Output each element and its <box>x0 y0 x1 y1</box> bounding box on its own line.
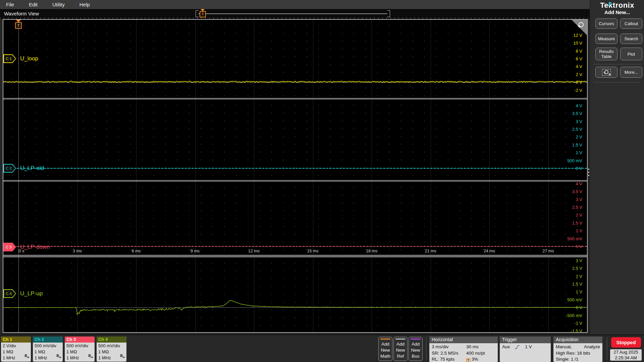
trace-path <box>3 81 587 82</box>
channel-label-U_LP-down: U_LP-down <box>20 244 50 250</box>
waveform-view-tab-bar: Waveform View T <box>0 9 590 19</box>
channel-label-U_LP-old: U_LP-old <box>20 165 44 172</box>
menu-help[interactable]: Help <box>79 2 90 7</box>
right-sidebar: Tektronix Add New... Cursors Callout Mea… <box>590 0 644 335</box>
channel-tag-c2[interactable]: C 2 <box>3 164 16 173</box>
rising-edge-icon <box>515 345 520 349</box>
add-new-heading: Add New... <box>590 9 644 15</box>
plot-button[interactable]: Plot <box>620 48 642 60</box>
channel-4-badge-body: 500 mV/div 1 MΩ 1 MHz Bw <box>97 343 126 361</box>
datetime-display[interactable]: 27 Aug 2025 2:25:34 AM <box>610 349 642 361</box>
waveform-traces <box>3 20 587 332</box>
bandwidth-limit-icon: Bw <box>120 353 125 360</box>
time-axis-label: 15 ms <box>307 249 318 253</box>
horizontal-panel[interactable]: Horizontal 3 ms/div30 ms SR: 2.5 MS/s400… <box>429 337 498 362</box>
tektronix-logo: Tektronix <box>590 1 644 10</box>
bottom-bar-divider <box>607 337 607 360</box>
channel-label-U_loop: U_loop <box>20 55 38 62</box>
trigger-position-icon: T <box>466 358 470 362</box>
waveform-plot-canvas[interactable]: 12 V10 V8 V6 V4 V2 V0 V-2 V4 V3.5 V3 V2.… <box>3 19 588 333</box>
trigger-position-line <box>18 20 19 332</box>
ref-color-stripe <box>395 339 406 340</box>
horizontal-panel-body: 3 ms/div30 ms SR: 2.5 MS/s400 ns/pt RL: … <box>429 343 498 362</box>
add-new-math-button[interactable]: AddNewMath <box>378 337 392 361</box>
trigger-panel[interactable]: Trigger Aux 1 V <box>500 337 551 362</box>
bandwidth-limit-icon: Bw <box>57 353 61 360</box>
channel-tag-c1[interactable]: C 1 <box>3 54 16 63</box>
record-view-slider[interactable]: T <box>196 10 390 17</box>
channel-tag-c4[interactable]: C 4 <box>3 289 16 298</box>
acquisition-panel-body: Manual,Analyze High Res: 16 bits Single:… <box>553 343 602 362</box>
sidebar-divider <box>593 64 641 64</box>
channel-1-badge[interactable]: Ch 1 2 V/div 1 MΩ 1 MHz Bw <box>1 337 31 362</box>
slice-divider <box>3 180 587 182</box>
time-axis-label: 6 ms <box>131 249 141 253</box>
time-axis-label: 24 ms <box>484 249 495 253</box>
channel-2-badge-header: Ch 2 <box>33 337 63 343</box>
time-axis-label: 12 ms <box>248 249 260 253</box>
acquisition-panel[interactable]: Acquisition Manual,Analyze High Res: 16 … <box>553 337 602 362</box>
bandwidth-limit-icon: Bw <box>25 353 29 360</box>
horizontal-panel-title: Horizontal <box>429 337 498 343</box>
trigger-flag-icon[interactable]: T <box>15 22 22 29</box>
slice-divider <box>3 98 587 100</box>
channel-3-badge[interactable]: Ch 3 500 mV/div 1 MΩ 1 MHz Bw <box>65 337 95 362</box>
cursors-button[interactable]: Cursors <box>595 18 618 29</box>
run-stop-status-button[interactable]: Stopped <box>611 337 641 348</box>
search-button[interactable]: Search <box>620 34 642 44</box>
bottom-settings-bar: Ch 1 2 V/div 1 MΩ 1 MHz Bw Ch 2 500 mV/d… <box>0 335 644 362</box>
callout-button[interactable]: Callout <box>620 18 642 29</box>
results-table-button[interactable]: Results Table <box>595 48 618 60</box>
menu-bar: File Edit Utility Help <box>0 0 590 9</box>
more-button[interactable]: More... <box>620 67 642 78</box>
time-axis-label: 27 ms <box>542 249 554 253</box>
trigger-panel-body: Aux 1 V <box>500 343 551 351</box>
trace-path <box>3 300 587 315</box>
channel-tag-c3[interactable]: C 3 <box>3 243 16 251</box>
channel-3-badge-body: 500 mV/div 1 MΩ 1 MHz Bw <box>65 343 95 361</box>
channel-1-badge-body: 2 V/div 1 MΩ 1 MHz Bw <box>1 343 31 361</box>
channel-4-badge-header: Ch 4 <box>97 337 126 343</box>
time-axis-label: 9 ms <box>191 249 200 253</box>
acquisition-panel-title: Acquisition <box>553 337 602 343</box>
menu-utility[interactable]: Utility <box>52 2 65 7</box>
logo-k-accent: k <box>608 1 613 10</box>
bottom-bar-divider <box>426 337 426 360</box>
channel-1-badge-header: Ch 1 <box>1 337 31 343</box>
tab-waveform-view[interactable]: Waveform View <box>4 11 39 16</box>
sidebar-divider <box>593 82 641 82</box>
menu-file[interactable]: File <box>6 2 14 7</box>
record-view-track <box>198 13 387 14</box>
time-axis-label: 21 ms <box>425 249 436 253</box>
time-axis-label: 18 ms <box>366 249 377 253</box>
bus-color-stripe <box>411 339 421 340</box>
tekscope-application: File Edit Utility Help Waveform View T 1… <box>0 0 644 362</box>
menu-edit[interactable]: Edit <box>29 2 38 7</box>
add-new-ref-button[interactable]: AddNewRef <box>393 337 408 361</box>
channel-label-U_LP-up: U_LP-up <box>20 290 43 297</box>
bandwidth-limit-icon: Bw <box>89 353 93 360</box>
zoom-select-icon: ➤ <box>602 69 611 76</box>
channel-2-badge[interactable]: Ch 2 500 mV/div 1 MΩ 1 MHz Bw <box>33 337 63 362</box>
record-view-right-bracket[interactable] <box>387 10 390 17</box>
measure-button[interactable]: Measure <box>595 34 618 44</box>
add-new-bus-button[interactable]: AddNewBus <box>409 337 423 361</box>
channel-2-badge-body: 500 mV/div 1 MΩ 1 MHz Bw <box>33 343 63 361</box>
slice-divider <box>3 255 587 257</box>
math-color-stripe <box>380 339 390 340</box>
record-trigger-marker-icon[interactable]: T <box>200 11 206 17</box>
trigger-panel-title: Trigger <box>500 337 551 343</box>
panel-splitter-handle[interactable] <box>588 169 589 176</box>
time-axis-label: 3 ms <box>73 249 82 253</box>
channel-3-badge-header: Ch 3 <box>65 337 95 343</box>
zoom-select-button[interactable]: ➤ <box>595 67 618 78</box>
channel-4-badge[interactable]: Ch 4 500 mV/div 1 MΩ 1 MHz Bw <box>97 337 126 362</box>
